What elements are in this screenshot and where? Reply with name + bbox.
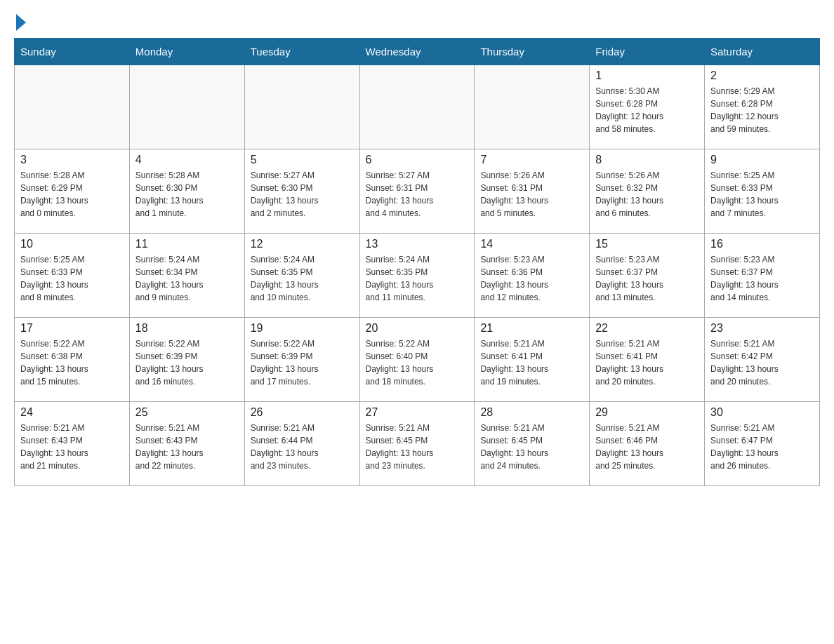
calendar-week-1: 1Sunrise: 5:30 AMSunset: 6:28 PMDaylight… bbox=[15, 65, 820, 149]
calendar-day-empty-0-2 bbox=[244, 65, 359, 149]
day-info: Sunrise: 5:22 AMSunset: 6:39 PMDaylight:… bbox=[251, 337, 354, 388]
day-number: 24 bbox=[20, 406, 124, 419]
day-number: 19 bbox=[251, 322, 354, 335]
calendar-header-monday: Monday bbox=[129, 39, 244, 65]
logo bbox=[14, 14, 26, 31]
page-header bbox=[14, 14, 820, 31]
calendar-day-17: 17Sunrise: 5:22 AMSunset: 6:38 PMDayligh… bbox=[15, 318, 130, 402]
day-number: 20 bbox=[366, 322, 469, 335]
calendar-day-4: 4Sunrise: 5:28 AMSunset: 6:30 PMDaylight… bbox=[129, 149, 244, 234]
calendar-day-7: 7Sunrise: 5:26 AMSunset: 6:31 PMDaylight… bbox=[475, 149, 590, 234]
day-number: 5 bbox=[251, 154, 354, 166]
day-number: 25 bbox=[135, 406, 239, 419]
day-number: 27 bbox=[366, 406, 469, 419]
day-number: 12 bbox=[251, 238, 354, 250]
day-number: 30 bbox=[710, 406, 814, 419]
day-info: Sunrise: 5:23 AMSunset: 6:36 PMDaylight:… bbox=[480, 253, 583, 304]
day-info: Sunrise: 5:23 AMSunset: 6:37 PMDaylight:… bbox=[710, 253, 814, 304]
day-info: Sunrise: 5:28 AMSunset: 6:30 PMDaylight:… bbox=[135, 169, 239, 220]
day-number: 10 bbox=[20, 238, 124, 250]
calendar-header-wednesday: Wednesday bbox=[359, 39, 475, 65]
day-info: Sunrise: 5:22 AMSunset: 6:40 PMDaylight:… bbox=[366, 337, 469, 388]
day-number: 14 bbox=[480, 238, 583, 250]
day-number: 4 bbox=[135, 154, 239, 166]
day-info: Sunrise: 5:24 AMSunset: 6:34 PMDaylight:… bbox=[135, 253, 239, 304]
calendar-day-11: 11Sunrise: 5:24 AMSunset: 6:34 PMDayligh… bbox=[129, 234, 244, 318]
calendar-header-saturday: Saturday bbox=[705, 39, 820, 65]
day-number: 8 bbox=[595, 154, 699, 166]
calendar-day-22: 22Sunrise: 5:21 AMSunset: 6:41 PMDayligh… bbox=[590, 318, 705, 402]
calendar-day-25: 25Sunrise: 5:21 AMSunset: 6:43 PMDayligh… bbox=[129, 402, 244, 486]
day-info: Sunrise: 5:23 AMSunset: 6:37 PMDaylight:… bbox=[595, 253, 699, 304]
day-number: 13 bbox=[366, 238, 469, 250]
calendar-day-14: 14Sunrise: 5:23 AMSunset: 6:36 PMDayligh… bbox=[475, 234, 590, 318]
day-number: 15 bbox=[595, 238, 699, 250]
day-number: 26 bbox=[251, 406, 354, 419]
day-info: Sunrise: 5:21 AMSunset: 6:44 PMDaylight:… bbox=[251, 422, 354, 472]
day-info: Sunrise: 5:25 AMSunset: 6:33 PMDaylight:… bbox=[20, 253, 124, 304]
day-info: Sunrise: 5:30 AMSunset: 6:28 PMDaylight:… bbox=[595, 85, 699, 135]
calendar-day-27: 27Sunrise: 5:21 AMSunset: 6:45 PMDayligh… bbox=[359, 402, 475, 486]
day-info: Sunrise: 5:24 AMSunset: 6:35 PMDaylight:… bbox=[251, 253, 354, 304]
calendar-day-13: 13Sunrise: 5:24 AMSunset: 6:35 PMDayligh… bbox=[359, 234, 475, 318]
calendar-day-29: 29Sunrise: 5:21 AMSunset: 6:46 PMDayligh… bbox=[590, 402, 705, 486]
calendar-day-19: 19Sunrise: 5:22 AMSunset: 6:39 PMDayligh… bbox=[244, 318, 359, 402]
day-info: Sunrise: 5:27 AMSunset: 6:31 PMDaylight:… bbox=[366, 169, 469, 220]
day-info: Sunrise: 5:21 AMSunset: 6:47 PMDaylight:… bbox=[710, 422, 814, 472]
calendar-day-28: 28Sunrise: 5:21 AMSunset: 6:45 PMDayligh… bbox=[475, 402, 590, 486]
day-number: 29 bbox=[595, 406, 699, 419]
calendar-day-empty-0-0 bbox=[15, 65, 130, 149]
day-number: 22 bbox=[595, 322, 699, 335]
logo-arrow-icon bbox=[16, 14, 26, 31]
day-info: Sunrise: 5:22 AMSunset: 6:39 PMDaylight:… bbox=[135, 337, 239, 388]
calendar-day-10: 10Sunrise: 5:25 AMSunset: 6:33 PMDayligh… bbox=[15, 234, 130, 318]
calendar-day-3: 3Sunrise: 5:28 AMSunset: 6:29 PMDaylight… bbox=[15, 149, 130, 234]
day-info: Sunrise: 5:27 AMSunset: 6:30 PMDaylight:… bbox=[251, 169, 354, 220]
day-info: Sunrise: 5:29 AMSunset: 6:28 PMDaylight:… bbox=[710, 85, 814, 135]
day-info: Sunrise: 5:21 AMSunset: 6:43 PMDaylight:… bbox=[20, 422, 124, 472]
day-number: 28 bbox=[480, 406, 583, 419]
calendar-table: SundayMondayTuesdayWednesdayThursdayFrid… bbox=[14, 38, 820, 486]
calendar-header-sunday: Sunday bbox=[15, 39, 130, 65]
calendar-day-20: 20Sunrise: 5:22 AMSunset: 6:40 PMDayligh… bbox=[359, 318, 475, 402]
calendar-header-row: SundayMondayTuesdayWednesdayThursdayFrid… bbox=[15, 39, 820, 65]
calendar-day-empty-0-4 bbox=[475, 65, 590, 149]
day-number: 1 bbox=[595, 69, 699, 82]
calendar-week-4: 17Sunrise: 5:22 AMSunset: 6:38 PMDayligh… bbox=[15, 318, 820, 402]
day-info: Sunrise: 5:22 AMSunset: 6:38 PMDaylight:… bbox=[20, 337, 124, 388]
day-number: 7 bbox=[480, 154, 583, 166]
calendar-day-15: 15Sunrise: 5:23 AMSunset: 6:37 PMDayligh… bbox=[590, 234, 705, 318]
calendar-day-26: 26Sunrise: 5:21 AMSunset: 6:44 PMDayligh… bbox=[244, 402, 359, 486]
day-number: 17 bbox=[20, 322, 124, 335]
day-info: Sunrise: 5:21 AMSunset: 6:45 PMDaylight:… bbox=[480, 422, 583, 472]
day-number: 2 bbox=[710, 69, 814, 82]
day-info: Sunrise: 5:21 AMSunset: 6:42 PMDaylight:… bbox=[710, 337, 814, 388]
calendar-day-24: 24Sunrise: 5:21 AMSunset: 6:43 PMDayligh… bbox=[15, 402, 130, 486]
calendar-day-5: 5Sunrise: 5:27 AMSunset: 6:30 PMDaylight… bbox=[244, 149, 359, 234]
calendar-week-5: 24Sunrise: 5:21 AMSunset: 6:43 PMDayligh… bbox=[15, 402, 820, 486]
day-info: Sunrise: 5:21 AMSunset: 6:46 PMDaylight:… bbox=[595, 422, 699, 472]
day-info: Sunrise: 5:21 AMSunset: 6:43 PMDaylight:… bbox=[135, 422, 239, 472]
day-number: 3 bbox=[20, 154, 124, 166]
day-number: 11 bbox=[135, 238, 239, 250]
calendar-day-2: 2Sunrise: 5:29 AMSunset: 6:28 PMDaylight… bbox=[705, 65, 820, 149]
calendar-week-3: 10Sunrise: 5:25 AMSunset: 6:33 PMDayligh… bbox=[15, 234, 820, 318]
calendar-header-friday: Friday bbox=[590, 39, 705, 65]
calendar-day-8: 8Sunrise: 5:26 AMSunset: 6:32 PMDaylight… bbox=[590, 149, 705, 234]
day-info: Sunrise: 5:21 AMSunset: 6:45 PMDaylight:… bbox=[366, 422, 469, 472]
calendar-day-18: 18Sunrise: 5:22 AMSunset: 6:39 PMDayligh… bbox=[129, 318, 244, 402]
day-info: Sunrise: 5:21 AMSunset: 6:41 PMDaylight:… bbox=[480, 337, 583, 388]
day-info: Sunrise: 5:25 AMSunset: 6:33 PMDaylight:… bbox=[710, 169, 814, 220]
day-number: 9 bbox=[710, 154, 814, 166]
day-number: 16 bbox=[710, 238, 814, 250]
calendar-day-12: 12Sunrise: 5:24 AMSunset: 6:35 PMDayligh… bbox=[244, 234, 359, 318]
day-info: Sunrise: 5:24 AMSunset: 6:35 PMDaylight:… bbox=[366, 253, 469, 304]
calendar-header-tuesday: Tuesday bbox=[244, 39, 359, 65]
calendar-day-23: 23Sunrise: 5:21 AMSunset: 6:42 PMDayligh… bbox=[705, 318, 820, 402]
day-info: Sunrise: 5:26 AMSunset: 6:31 PMDaylight:… bbox=[480, 169, 583, 220]
calendar-day-6: 6Sunrise: 5:27 AMSunset: 6:31 PMDaylight… bbox=[359, 149, 475, 234]
calendar-day-21: 21Sunrise: 5:21 AMSunset: 6:41 PMDayligh… bbox=[475, 318, 590, 402]
day-info: Sunrise: 5:21 AMSunset: 6:41 PMDaylight:… bbox=[595, 337, 699, 388]
day-number: 21 bbox=[480, 322, 583, 335]
calendar-day-1: 1Sunrise: 5:30 AMSunset: 6:28 PMDaylight… bbox=[590, 65, 705, 149]
